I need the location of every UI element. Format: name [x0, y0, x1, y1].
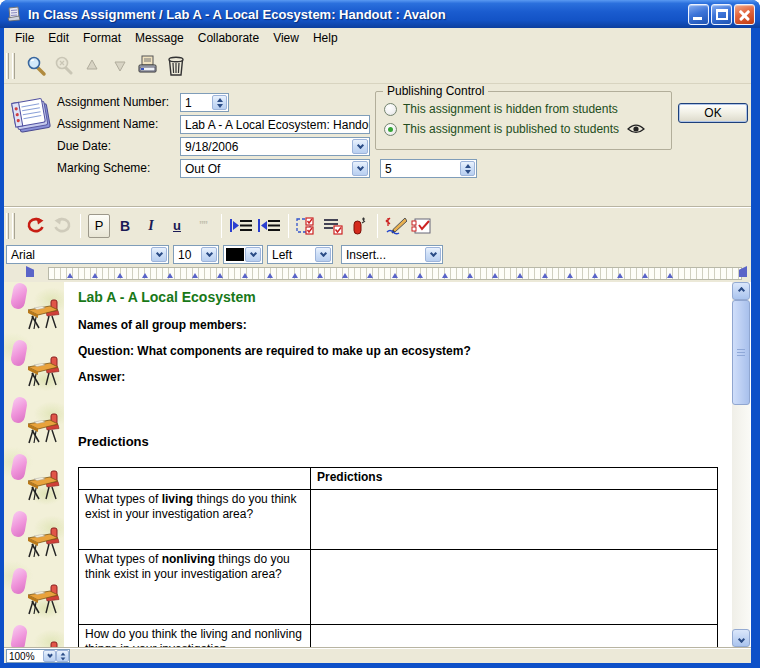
question-cell[interactable]: How do you think the living and nonlivin…: [79, 625, 311, 648]
toolbar-drag-handle[interactable]: [6, 213, 17, 239]
document-heading: Lab A - A Local Ecosystem: [78, 289, 256, 305]
spinner-buttons[interactable]: [212, 95, 227, 110]
ok-button[interactable]: OK: [678, 103, 748, 123]
insert-combo[interactable]: Insert...: [341, 245, 443, 264]
font-size-combo[interactable]: 10: [173, 245, 219, 264]
thumb-grip-icon: [737, 349, 745, 358]
maximize-button[interactable]: [711, 4, 732, 25]
marking-scheme-label: Marking Scheme:: [57, 161, 150, 175]
table-row: What types of nonliving things do you th…: [79, 550, 718, 625]
menu-file[interactable]: File: [8, 29, 41, 47]
ruler-strip: [48, 267, 742, 280]
menu-view[interactable]: View: [266, 29, 306, 47]
edit-pencil-icon[interactable]: [385, 214, 407, 238]
document-body[interactable]: Lab A - A Local Ecosystem Names of all g…: [64, 282, 732, 647]
up-arrow-icon: [79, 53, 105, 79]
scrollbar-thumb[interactable]: [732, 300, 750, 405]
underline-button[interactable]: u: [166, 214, 188, 238]
undo-icon[interactable]: [25, 214, 47, 238]
marking-scheme-combo[interactable]: Out Of: [180, 159, 370, 178]
assignment-name-label: Assignment Name:: [57, 117, 158, 131]
table-header-cell[interactable]: Predictions: [311, 468, 718, 490]
answer-cell[interactable]: [311, 490, 718, 550]
toolbar-drag-handle[interactable]: [6, 53, 17, 79]
italic-button[interactable]: I: [140, 214, 162, 238]
table-row: What types of living things do you think…: [79, 490, 718, 550]
radio-published-option[interactable]: This assignment is published to students: [384, 122, 645, 136]
chevron-down-icon[interactable]: [201, 247, 217, 262]
menu-edit[interactable]: Edit: [41, 29, 76, 47]
spinner-buttons[interactable]: [460, 161, 475, 176]
bold-button[interactable]: B: [114, 214, 136, 238]
due-date-combo[interactable]: 9/18/2006: [180, 137, 370, 156]
menu-format[interactable]: Format: [76, 29, 128, 47]
font-color-combo[interactable]: [223, 245, 263, 264]
spinner-buttons[interactable]: [56, 650, 69, 662]
main-toolbar: [4, 48, 751, 84]
font-family-combo[interactable]: Arial: [6, 245, 169, 264]
scroll-up-button[interactable]: [732, 282, 750, 300]
checkbox-list-icon[interactable]: [322, 214, 344, 238]
color-swatch: [226, 248, 244, 261]
marking-points-spinner[interactable]: 5: [380, 159, 477, 178]
vertical-scrollbar[interactable]: [732, 282, 750, 647]
table-header-row: Predictions: [79, 468, 718, 490]
close-button[interactable]: [734, 4, 755, 25]
align-combo[interactable]: Left: [267, 245, 333, 264]
menu-help[interactable]: Help: [306, 29, 345, 47]
menu-bar: File Edit Format Message Collaborate Vie…: [4, 28, 751, 48]
chevron-down-icon[interactable]: [352, 161, 368, 176]
format-toolbar: P B I u ””: [4, 208, 751, 243]
ruler: [4, 265, 751, 282]
search-icon[interactable]: [23, 53, 49, 79]
question-cell[interactable]: What types of nonliving things do you th…: [79, 550, 311, 625]
quote-style-icon: ””: [192, 214, 214, 238]
radio-icon: [384, 103, 397, 116]
marker-icon[interactable]: [348, 214, 370, 238]
desk-clipart: [26, 298, 62, 334]
radio-hidden-option[interactable]: This assignment is hidden from students: [384, 102, 618, 116]
answer-cell[interactable]: [311, 625, 718, 648]
trash-icon[interactable]: [163, 53, 189, 79]
eye-icon: [627, 123, 645, 135]
app-icon[interactable]: [6, 6, 22, 22]
chevron-down-icon[interactable]: [315, 247, 331, 262]
due-date-label: Due Date:: [57, 139, 111, 153]
checkbox-select-icon[interactable]: [296, 214, 318, 238]
chevron-down-icon[interactable]: [151, 247, 167, 262]
minimize-button[interactable]: [688, 4, 709, 25]
scroll-down-button[interactable]: [732, 629, 750, 647]
chevron-down-icon: [737, 635, 744, 642]
question-line: Question: What components are required t…: [78, 344, 471, 358]
table-header-cell[interactable]: [79, 468, 311, 490]
assignment-number-label: Assignment Number:: [57, 95, 169, 109]
publishing-control-legend: Publishing Control: [383, 84, 488, 98]
assignment-form: Assignment Number: Assignment Name: Due …: [4, 86, 751, 206]
assignment-name-input[interactable]: Lab A - A Local Ecosystem: Handout: [180, 115, 370, 134]
down-arrow-icon: [107, 53, 133, 79]
chevron-down-icon[interactable]: [43, 650, 56, 662]
predictions-table: Predictions What types of living things …: [78, 467, 718, 647]
zoom-combo[interactable]: 100%: [6, 649, 70, 663]
predictions-heading: Predictions: [78, 434, 149, 449]
menu-message[interactable]: Message: [128, 29, 191, 47]
left-indent-marker[interactable]: [26, 266, 34, 277]
assignment-number-spinner[interactable]: 1: [180, 93, 229, 112]
paragraph-style-button[interactable]: P: [88, 214, 110, 238]
radio-selected-icon: [384, 123, 397, 136]
window-titlebar[interactable]: In Class Assignment / Lab A - A Local Ec…: [0, 0, 760, 28]
window-title: In Class Assignment / Lab A - A Local Ec…: [28, 7, 446, 22]
menu-collaborate[interactable]: Collaborate: [191, 29, 266, 47]
chevron-down-icon[interactable]: [352, 139, 368, 154]
question-cell[interactable]: What types of living things do you think…: [79, 490, 311, 550]
approve-icon[interactable]: [411, 214, 433, 238]
status-bar: 100%: [4, 647, 751, 663]
print-icon[interactable]: [135, 53, 161, 79]
font-controls-row: Arial 10 Left Insert...: [4, 243, 751, 265]
table-row: How do you think the living and nonlivin…: [79, 625, 718, 648]
answer-cell[interactable]: [311, 550, 718, 625]
chevron-down-icon[interactable]: [425, 247, 441, 262]
indent-decrease-icon[interactable]: [257, 214, 281, 238]
chevron-down-icon[interactable]: [245, 247, 261, 262]
indent-increase-icon[interactable]: [229, 214, 253, 238]
